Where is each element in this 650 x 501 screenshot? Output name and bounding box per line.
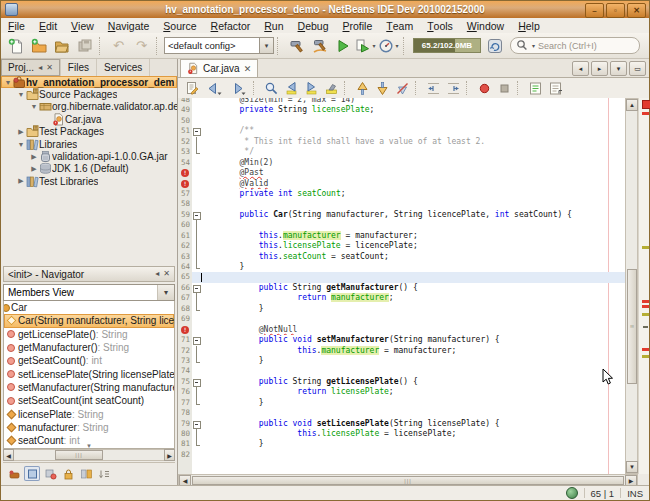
code-text[interactable] — [201, 220, 625, 230]
show-static-filter-button[interactable] — [42, 466, 58, 481]
line-number[interactable]: 61 — [178, 231, 192, 241]
close-button[interactable]: ✕ — [627, 3, 646, 18]
garbage-collect-button[interactable] — [483, 35, 506, 57]
tree-expander-icon[interactable]: ▶ — [16, 128, 26, 136]
left-tab-proj[interactable]: Proj...◂✕ — [1, 59, 61, 76]
line-number[interactable]: 66 — [178, 283, 192, 293]
menu-refactor[interactable]: Refactor — [204, 18, 258, 33]
code-text[interactable]: public String getLicensePlate() { — [201, 377, 625, 387]
menu-window[interactable]: Window — [460, 18, 511, 33]
tab-car-java[interactable]: Car.java ✕ — [180, 59, 258, 77]
scroll-down-icon[interactable]: ▼ — [626, 461, 638, 473]
code-text[interactable]: * This int field shall have a value of a… — [201, 137, 625, 147]
error-badge-icon[interactable]: ! — [181, 180, 189, 188]
line-number[interactable]: 77 — [178, 398, 192, 408]
line-number[interactable]: 79 — [178, 419, 192, 429]
line-number[interactable]: 53 — [178, 147, 192, 157]
error-stripe-mark[interactable] — [642, 355, 649, 358]
scrollbar-thumb[interactable]: ||| — [192, 476, 624, 485]
toggle-bookmark-button[interactable] — [392, 80, 412, 97]
show-fields-filter-button[interactable] — [24, 466, 40, 481]
tab-close-icon[interactable]: ✕ — [244, 64, 252, 74]
find-next-button[interactable] — [301, 80, 321, 97]
undo-button[interactable]: ↶ — [107, 35, 130, 57]
tree-expander-icon[interactable]: ▼ — [3, 79, 13, 86]
navigator-member-row[interactable]: setSeatCount(int seatCount) — [4, 394, 174, 407]
code-text[interactable] — [201, 116, 625, 126]
tree-row[interactable]: ▶Test Packages — [1, 126, 177, 138]
scroll-up-icon[interactable]: ▲ — [626, 99, 638, 111]
line-number[interactable]: 73 — [178, 356, 192, 366]
close-panel-icon[interactable]: ✕ — [46, 64, 53, 72]
navigator-member-row[interactable]: getSeatCount() : int — [4, 354, 174, 367]
menu-navigate[interactable]: Navigate — [101, 18, 156, 33]
line-number[interactable]: 82 — [178, 450, 192, 460]
code-text[interactable]: this.manufacturer = manufacturer; — [201, 231, 625, 241]
record-macro-button[interactable] — [474, 80, 494, 97]
title-bar[interactable]: hv_annotation_processor_demo - NetBeans … — [1, 1, 649, 18]
chevron-down-icon[interactable]: ▾ — [532, 42, 535, 49]
fold-toggle-icon[interactable] — [192, 335, 201, 345]
scrollbar-thumb[interactable]: ||| — [55, 450, 103, 460]
navigator-member-row[interactable]: manufacturer : String — [4, 421, 174, 434]
line-number[interactable]: 64 — [178, 262, 192, 272]
next-bookmark-button[interactable] — [372, 80, 392, 97]
code-text[interactable]: return manufacturer; — [201, 293, 625, 303]
code-text[interactable]: @Valid — [201, 179, 625, 189]
code-editor[interactable]: 48 @Size(min = 2, max = 14)49 private St… — [178, 98, 625, 474]
code-text[interactable]: return licensePlate; — [201, 387, 625, 397]
error-stripe-mark[interactable] — [642, 305, 649, 308]
code-text[interactable]: this.licensePlate = licensePlate; — [201, 429, 625, 439]
fold-toggle-icon[interactable] — [192, 419, 201, 429]
line-number[interactable]: 74 — [178, 366, 192, 376]
search-input[interactable]: ▾Search (Ctrl+I) — [510, 37, 640, 54]
code-text[interactable]: public Car(String manufacturer, String l… — [201, 210, 625, 220]
line-number[interactable]: 67 — [178, 293, 192, 303]
line-number[interactable]: 76 — [178, 387, 192, 397]
navigator-h-scrollbar[interactable]: ◀▶|||▼ — [3, 449, 175, 461]
error-stripe-mark[interactable] — [642, 246, 649, 249]
code-text[interactable]: this.licensePlate = licencePlate; — [201, 241, 625, 251]
line-number[interactable]: 80 — [178, 429, 192, 439]
code-text[interactable]: /** — [201, 126, 625, 136]
run-button[interactable] — [331, 35, 354, 57]
navigator-member-row[interactable]: getLicensePlate() : String — [4, 328, 174, 341]
find-prev-button[interactable] — [281, 80, 301, 97]
fold-toggle-icon[interactable] — [192, 283, 201, 293]
menu-source[interactable]: Source — [156, 18, 203, 33]
minimize-panel-icon[interactable]: ◂ — [38, 64, 42, 72]
code-text[interactable]: } — [201, 439, 625, 449]
code-text[interactable]: this.manufacturer = manufacturer; — [201, 346, 625, 356]
line-number[interactable]: 71 — [178, 335, 192, 345]
fold-toggle-icon[interactable] — [192, 377, 201, 387]
memory-indicator[interactable]: 65.2/102.0MB — [413, 38, 481, 53]
new-file-button[interactable] — [4, 35, 27, 57]
code-text[interactable]: } — [201, 262, 625, 272]
tree-expander-icon[interactable]: ▼ — [16, 91, 26, 98]
projects-tree[interactable]: ▼hv_annotation_processor_dem▼Source Pack… — [1, 76, 177, 192]
line-number[interactable]: 62 — [178, 241, 192, 251]
code-text[interactable] — [201, 408, 625, 418]
line-number[interactable]: ! — [178, 325, 192, 335]
comment-button[interactable] — [525, 80, 545, 97]
left-tab-services[interactable]: Services — [97, 59, 150, 76]
tree-expander-icon[interactable]: ▶ — [29, 165, 39, 173]
config-select[interactable]: <default config> — [164, 37, 260, 54]
code-text[interactable]: this.seatCount = seatCount; — [201, 252, 625, 262]
line-number[interactable]: 52 — [178, 137, 192, 147]
notification-icon[interactable] — [566, 487, 578, 499]
tree-row[interactable]: ▶validation-api-1.0.0.GA.jar — [1, 150, 177, 162]
code-text[interactable]: } — [201, 356, 625, 366]
navigator-minimize-icon[interactable]: ◂ — [155, 270, 159, 278]
code-text[interactable]: @Past — [201, 168, 625, 178]
chevron-down-icon[interactable]: ▾ — [260, 37, 274, 54]
minimize-button[interactable]: – — [585, 3, 604, 18]
tree-row[interactable]: ▼Source Packages — [1, 88, 177, 100]
code-text[interactable]: public void setManufacturer(String manuf… — [201, 335, 625, 345]
navigator-member-row[interactable]: licensePlate : String — [4, 407, 174, 420]
navigator-members-list[interactable]: CarCar(String manufacturer, String licen… — [3, 301, 175, 449]
code-text[interactable]: private String licensePlate; — [201, 105, 625, 115]
new-project-button[interactable] — [27, 35, 50, 57]
line-number[interactable]: 65 — [178, 272, 192, 282]
scrollbar-thumb[interactable]: ≡ — [627, 269, 637, 384]
